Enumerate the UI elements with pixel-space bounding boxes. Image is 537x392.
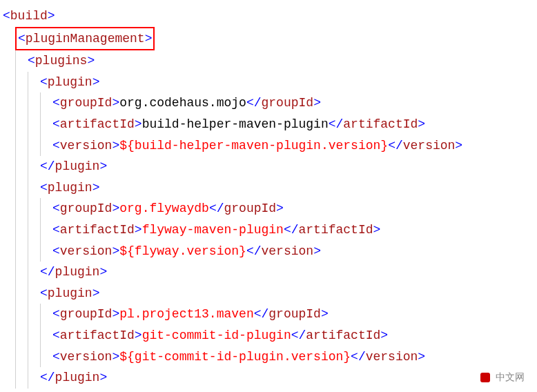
code-line: <groupId>org.codehaus.mojo</groupId>	[3, 92, 534, 114]
indent-guide	[15, 304, 28, 325]
code-token: >	[112, 139, 119, 153]
code-token: <	[40, 75, 48, 89]
code-token: build-helper-maven-plugin	[142, 117, 329, 131]
code-token: <	[52, 329, 60, 342]
code-token: <	[40, 286, 48, 300]
code-token: </	[40, 371, 55, 384]
code-token: plugins	[35, 54, 88, 68]
indent-guide	[28, 304, 40, 325]
indent-guide	[40, 92, 52, 114]
code-token: >	[145, 32, 153, 46]
code-token: >	[112, 244, 119, 258]
indent-guide	[40, 114, 52, 135]
code-token: <	[52, 202, 60, 215]
indent-guide	[28, 262, 40, 283]
code-token: >	[92, 286, 100, 300]
code-token: >	[276, 202, 284, 215]
code-token: >	[373, 223, 381, 237]
code-token: >	[99, 371, 107, 384]
code-token: >	[313, 96, 321, 110]
indent-guide	[28, 198, 40, 219]
indent-guide	[28, 367, 40, 389]
code-content: <build>	[3, 9, 55, 23]
code-token: pluginManagement	[26, 32, 145, 46]
indent-guide	[15, 367, 28, 389]
code-line: <plugin>	[3, 283, 534, 304]
indent-guide	[28, 135, 40, 157]
indent-guide	[28, 346, 40, 368]
code-token: </	[388, 139, 403, 153]
indent-guide	[28, 241, 40, 262]
xml-code-block: <build><pluginManagement><plugins><plugi…	[3, 6, 534, 389]
indent-guide	[28, 219, 40, 241]
code-token: <	[18, 32, 26, 46]
indent-guide	[28, 114, 40, 135]
code-token: plugin	[48, 286, 92, 300]
code-content: <artifactId>flyway-maven-plugin</artifac…	[52, 223, 380, 237]
indent-guide	[28, 283, 40, 304]
code-content: </plugin>	[40, 265, 107, 279]
code-line: <version>${build-helper-maven-plugin.ver…	[3, 135, 534, 157]
code-token: groupId	[60, 307, 113, 321]
code-token: artifactId	[60, 329, 135, 342]
indent-guide	[15, 262, 28, 283]
code-token: >	[380, 329, 388, 342]
indent-guide	[28, 156, 40, 177]
code-line: <build>	[3, 6, 534, 27]
indent-guide	[15, 135, 28, 157]
code-token: </	[291, 329, 306, 342]
code-line: </plugin>	[3, 156, 534, 177]
code-token: ${build-helper-maven-plugin.version}	[119, 139, 388, 153]
indent-guide	[15, 114, 28, 135]
code-token: </	[284, 223, 299, 237]
indent-guide	[28, 177, 40, 199]
code-token: groupId	[60, 96, 113, 110]
code-line: <artifactId>git-commit-id-plugin</artifa…	[3, 325, 534, 346]
code-token: >	[112, 307, 119, 321]
code-token: build	[10, 9, 48, 23]
code-token: </	[40, 265, 55, 279]
code-token: version	[366, 350, 418, 364]
code-token: version	[60, 244, 113, 258]
code-token: groupId	[60, 202, 113, 215]
code-token: </	[351, 350, 366, 364]
code-token: artifactId	[299, 223, 373, 237]
code-token: >	[112, 350, 119, 364]
code-token: >	[99, 159, 107, 173]
code-line: <version>${flyway.version}</version>	[3, 241, 534, 262]
code-token: version	[60, 139, 113, 153]
code-token: </	[40, 159, 55, 173]
indent-guide	[15, 72, 28, 93]
code-content: <groupId>org.codehaus.mojo</groupId>	[52, 96, 321, 110]
indent-guide	[15, 283, 28, 304]
indent-guide	[15, 325, 28, 346]
code-content: <plugin>	[40, 75, 99, 89]
code-token: version	[60, 350, 113, 364]
indent-guide	[15, 346, 28, 368]
code-token: </	[246, 96, 262, 110]
code-token: artifactId	[306, 329, 380, 342]
code-token: groupId	[224, 202, 276, 215]
code-content: <artifactId>git-commit-id-plugin</artifa…	[52, 329, 388, 342]
code-token: plugin	[48, 75, 92, 89]
code-token: artifactId	[343, 117, 418, 131]
code-line: <plugin>	[3, 177, 534, 199]
code-token: >	[418, 350, 425, 364]
code-token: org.codehaus.mojo	[119, 96, 246, 110]
code-content: <groupId>pl.project13.maven</groupId>	[52, 307, 329, 321]
code-line: <plugins>	[3, 50, 534, 72]
code-token: >	[135, 117, 142, 131]
code-content: </plugin>	[40, 371, 107, 384]
indent-guide	[28, 325, 40, 346]
code-token: groupId	[262, 96, 314, 110]
code-token: groupId	[268, 307, 321, 321]
code-line: <artifactId>flyway-maven-plugin</artifac…	[3, 219, 534, 241]
code-token: <	[52, 244, 60, 258]
indent-guide	[15, 50, 28, 72]
code-line: <pluginManagement>	[3, 27, 534, 51]
code-token: plugin	[48, 181, 92, 195]
code-token: org.flywaydb	[119, 202, 209, 215]
code-content: <artifactId>build-helper-maven-plugin</a…	[52, 117, 425, 131]
indent-guide	[40, 198, 52, 219]
code-line: </plugin>	[3, 262, 534, 283]
